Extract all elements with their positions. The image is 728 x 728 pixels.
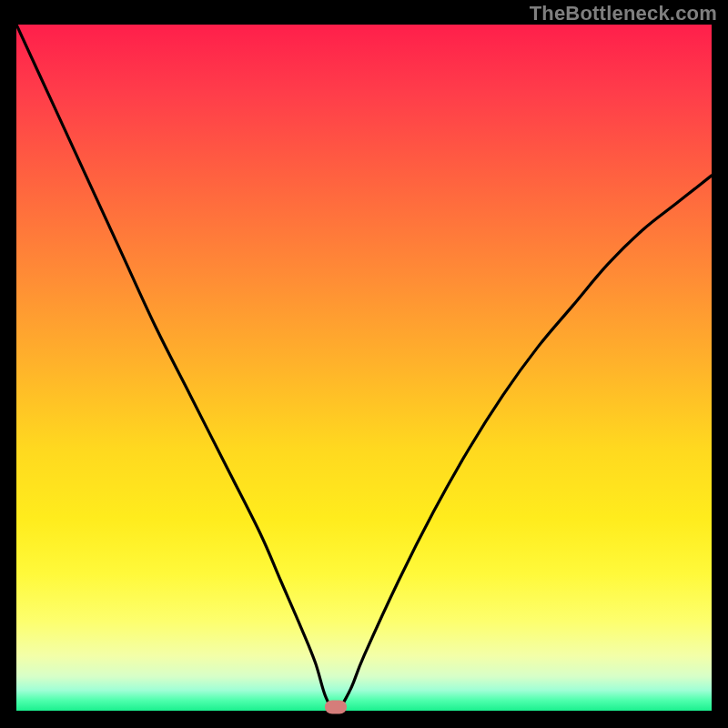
plot-area [16,25,712,711]
optimum-marker [325,701,347,714]
chart-frame: TheBottleneck.com [0,0,728,728]
bottleneck-curve [16,25,712,711]
watermark-text: TheBottleneck.com [530,2,717,25]
